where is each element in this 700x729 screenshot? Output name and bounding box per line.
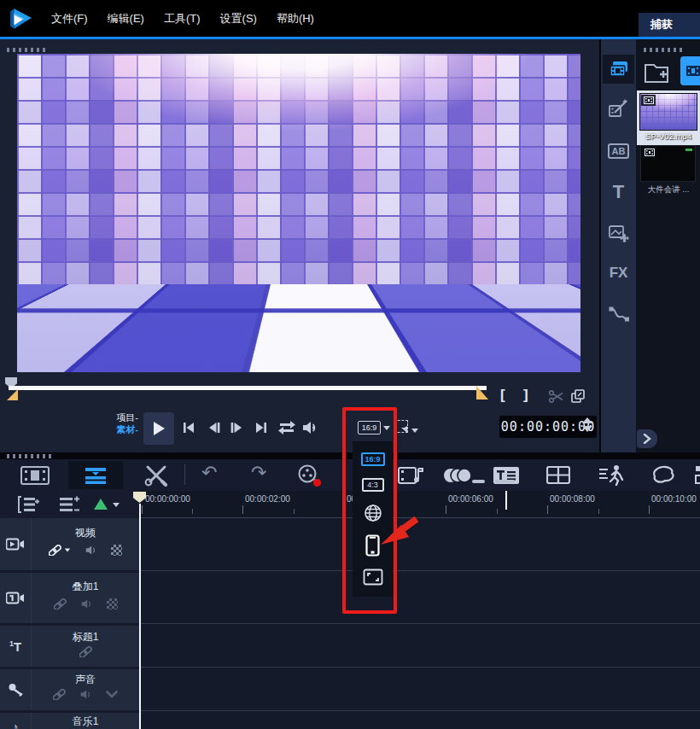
volume-button[interactable]: [300, 420, 319, 435]
timeline-drag-handle[interactable]: [7, 454, 55, 458]
graphics-icon: [608, 224, 630, 244]
menu-settings[interactable]: 设置(S): [220, 11, 257, 26]
track-label: 音乐1: [32, 714, 138, 729]
timecode-spinner[interactable]: [582, 417, 592, 432]
project-mode-label[interactable]: 项目-: [101, 411, 138, 423]
sidebar-item-filters[interactable]: FX: [601, 265, 636, 282]
scrubber-bar[interactable]: [9, 386, 487, 390]
sidebar-item-titles[interactable]: T: [601, 181, 636, 203]
track-label: 声音: [32, 673, 138, 687]
media-library-icon: [609, 60, 629, 79]
split-screen-button[interactable]: [546, 466, 570, 484]
timeline-scroll-indicator[interactable]: [472, 480, 485, 483]
mute-track-button[interactable]: [85, 545, 97, 556]
record-dot-icon: [313, 479, 321, 487]
menu-file[interactable]: 文件(F): [51, 11, 88, 26]
timeline-view-icon: [83, 466, 108, 485]
go-to-end-button[interactable]: [253, 420, 270, 435]
toolbar-divider: [184, 464, 185, 485]
link-caret-icon: [65, 549, 70, 552]
split-clip-scissors-icon[interactable]: [548, 389, 565, 404]
mark-in-button[interactable]: [: [500, 387, 505, 404]
play-button[interactable]: [143, 412, 174, 445]
storyboard-icon: [20, 465, 50, 486]
redo-button[interactable]: ↷: [251, 464, 266, 481]
track-header-overlay[interactable]: 叠加1: [0, 573, 139, 623]
video-track-icon: [0, 518, 32, 570]
library-item-selected[interactable]: SP-V02.mp4: [637, 90, 700, 145]
marker-caret-icon[interactable]: [113, 503, 120, 507]
video-floor-graphic: [17, 284, 580, 372]
ruler-marker: [505, 491, 507, 510]
toolbar-partial-icon[interactable]: [694, 465, 700, 484]
track-header-voice[interactable]: 声音: [0, 669, 139, 710]
track-header-title[interactable]: 1T 标题1: [0, 626, 139, 667]
sidebar-item-motion-path[interactable]: [601, 306, 636, 323]
thumbnail-overlay-text: [685, 149, 692, 151]
menu-bar: 文件(F) 编辑(E) 工具(T) 设置(S) 帮助(H) 捕获: [0, 0, 700, 37]
app-logo-icon: [9, 6, 34, 32]
loop-playback-button[interactable]: [277, 420, 297, 435]
overlap-circles-icon: [442, 467, 473, 484]
music-track-icon: ♪: [0, 713, 32, 729]
chapter-marker-button[interactable]: [94, 499, 108, 510]
sound-mixer-button[interactable]: [398, 465, 423, 486]
mute-track-button[interactable]: [80, 598, 93, 609]
library-item[interactable]: 大件会讲 ...: [640, 145, 697, 193]
next-frame-button[interactable]: [228, 420, 245, 435]
storyboard-view-button[interactable]: [20, 465, 50, 486]
expand-panel-button[interactable]: [637, 429, 657, 448]
mute-track-button[interactable]: [79, 689, 92, 700]
import-media-folder-icon[interactable]: [643, 60, 670, 85]
enlarge-preview-icon[interactable]: [570, 388, 586, 405]
clip-mode-label[interactable]: 素材-: [101, 423, 138, 435]
motion-tracking-button[interactable]: [598, 464, 625, 486]
link-clips-button[interactable]: [49, 545, 71, 556]
ruler-label-3: 00:00:06:00: [448, 494, 493, 504]
menu-tools[interactable]: 工具(T): [164, 11, 201, 26]
mask-creator-button[interactable]: [650, 465, 676, 486]
link-clips-button[interactable]: [53, 689, 66, 700]
link-clips-button[interactable]: [54, 598, 67, 609]
video-preview[interactable]: [17, 54, 580, 372]
undo-button[interactable]: ↶: [201, 464, 217, 481]
menu-help[interactable]: 帮助(H): [277, 11, 314, 26]
track-header-music[interactable]: ♪ 音乐1: [0, 713, 139, 729]
timeline-playhead-line[interactable]: [139, 504, 141, 729]
go-to-start-button[interactable]: [180, 420, 197, 435]
title-track-icon: 1T: [0, 626, 32, 667]
mix-tools-button[interactable]: [143, 464, 169, 487]
overlay-track-icon: [0, 573, 32, 623]
record-capture-button[interactable]: [297, 464, 319, 486]
timeline-view-button[interactable]: [68, 461, 123, 489]
media-drag-handle[interactable]: [644, 48, 683, 52]
timecode-down-icon[interactable]: [582, 426, 592, 432]
sidebar-item-transitions[interactable]: [601, 97, 636, 120]
menu-edit[interactable]: 编辑(E): [108, 11, 144, 26]
voice-track-icon: [0, 669, 32, 710]
sidebar-item-media[interactable]: [603, 55, 634, 84]
library-thumbnail-2: [640, 145, 696, 182]
track-transparency-button[interactable]: [107, 598, 118, 609]
tab-capture[interactable]: 捕获: [639, 13, 700, 37]
playback-mode-labels: 项目- 素材-: [101, 411, 138, 435]
timecode-up-icon[interactable]: [582, 417, 592, 423]
selection-tool-caret-icon[interactable]: [411, 429, 418, 433]
track-transparency-button[interactable]: [111, 545, 122, 556]
media-filter-button[interactable]: [680, 56, 700, 85]
link-clips-button[interactable]: [79, 646, 92, 657]
track-manager-button[interactable]: [17, 496, 39, 513]
track-tools-bar: [0, 491, 139, 518]
track-header-video[interactable]: 视频: [0, 518, 139, 570]
transition-effects-button[interactable]: [442, 467, 473, 484]
mark-out-button[interactable]: ]: [523, 387, 528, 404]
collapse-track-chevron-icon[interactable]: [106, 691, 118, 698]
panel-drag-handle[interactable]: [7, 48, 48, 52]
timeline-scroll-indicator[interactable]: [494, 480, 515, 483]
add-remove-track-button[interactable]: [58, 496, 80, 513]
previous-frame-button[interactable]: [206, 420, 223, 435]
tools-icon: [143, 464, 169, 487]
sidebar-item-ab-transitions[interactable]: AB: [601, 143, 636, 159]
transition-wand-icon: [608, 97, 630, 120]
sidebar-item-graphics[interactable]: [601, 224, 636, 244]
